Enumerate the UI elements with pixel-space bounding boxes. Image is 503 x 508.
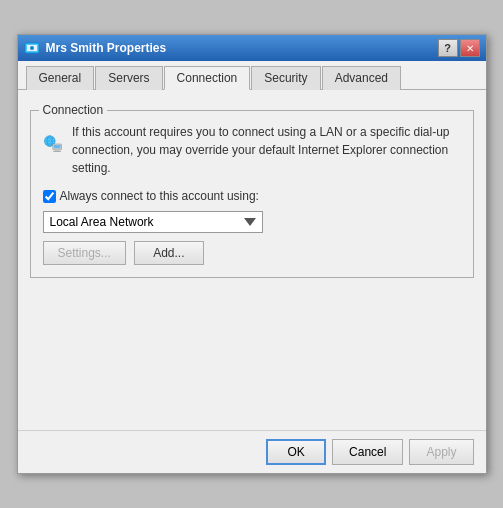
tab-security[interactable]: Security: [251, 66, 320, 90]
connection-dropdown[interactable]: Local Area Network Dial-up Connection: [43, 211, 263, 233]
close-button[interactable]: ✕: [460, 39, 480, 57]
checkbox-row: Always connect to this account using:: [43, 189, 461, 203]
dropdown-row: Local Area Network Dial-up Connection: [43, 211, 461, 233]
tab-advanced[interactable]: Advanced: [322, 66, 401, 90]
tab-general[interactable]: General: [26, 66, 95, 90]
footer-bar: OK Cancel Apply: [18, 430, 486, 473]
cancel-button[interactable]: Cancel: [332, 439, 403, 465]
tab-connection[interactable]: Connection: [164, 66, 251, 90]
tab-content: Connection If this account r: [18, 90, 486, 290]
title-bar-buttons: ? ✕: [438, 39, 480, 57]
svg-rect-9: [53, 145, 60, 148]
tab-servers[interactable]: Servers: [95, 66, 162, 90]
info-section: If this account requires you to connect …: [43, 123, 461, 177]
window-icon: [24, 40, 40, 56]
action-buttons: Settings... Add...: [43, 241, 461, 265]
empty-space: [18, 290, 486, 430]
tab-bar: General Servers Connection Security Adva…: [18, 61, 486, 90]
network-icon: [43, 123, 62, 163]
info-text: If this account requires you to connect …: [72, 123, 461, 177]
svg-rect-10: [54, 150, 59, 151]
svg-rect-11: [53, 151, 61, 152]
help-button[interactable]: ?: [438, 39, 458, 57]
properties-window: Mrs Smith Properties ? ✕ General Servers…: [17, 34, 487, 474]
group-label: Connection: [39, 103, 108, 117]
ok-button[interactable]: OK: [266, 439, 326, 465]
apply-button[interactable]: Apply: [409, 439, 473, 465]
title-bar-left: Mrs Smith Properties: [24, 40, 167, 56]
settings-button[interactable]: Settings...: [43, 241, 126, 265]
always-connect-label[interactable]: Always connect to this account using:: [60, 189, 259, 203]
add-button[interactable]: Add...: [134, 241, 204, 265]
always-connect-checkbox[interactable]: [43, 190, 56, 203]
svg-point-2: [30, 46, 34, 50]
title-bar: Mrs Smith Properties ? ✕: [18, 35, 486, 61]
window-title: Mrs Smith Properties: [46, 41, 167, 55]
connection-group: Connection If this account r: [30, 110, 474, 278]
